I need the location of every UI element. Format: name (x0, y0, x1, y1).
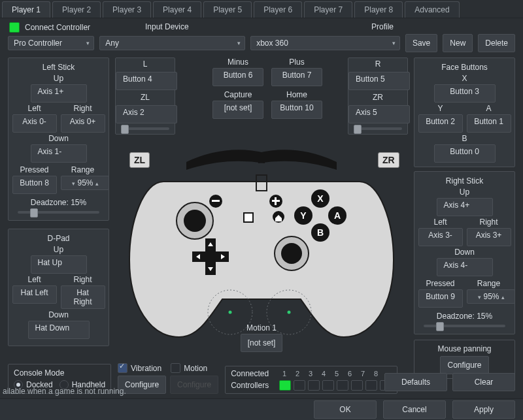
tab-player-4[interactable]: Player 4 (153, 1, 201, 18)
chevron-down-icon: ▾ (392, 40, 396, 46)
rs-pressed-label: Pressed (418, 279, 463, 288)
face-a-button[interactable]: Button 1 (467, 114, 511, 133)
dpad-down-button[interactable]: Hat Down (28, 321, 90, 339)
zr-button[interactable]: Axis 5 (348, 105, 410, 123)
rs-right-label: Right (467, 218, 511, 227)
ls-left-button[interactable]: Axis 0- (12, 114, 57, 133)
controller-illustration: X Y A B (124, 149, 399, 345)
player-tabs: Player 1 Player 2 Player 3 Player 4 Play… (0, 0, 523, 18)
controllers-panel: Connected 1 2 3 4 5 6 7 8 Controllers (225, 366, 397, 394)
clear-button[interactable]: Clear (452, 373, 515, 391)
controller-slot-3[interactable] (308, 380, 320, 391)
face-b-label: B (417, 134, 512, 143)
rs-pressed-button[interactable]: Button 9 (418, 289, 463, 308)
svg-text:Y: Y (300, 210, 307, 221)
tab-player-6[interactable]: Player 6 (254, 1, 302, 18)
tab-player-1[interactable]: Player 1 (2, 1, 50, 18)
motion-checkbox[interactable]: Motion (171, 363, 207, 373)
chevron-down-icon: ▾ (237, 40, 241, 46)
ls-right-button[interactable]: Axis 0+ (61, 114, 105, 133)
motion-configure-button-disabled: Configure (170, 376, 218, 394)
ls-deadzone-slider[interactable] (18, 211, 99, 214)
rs-down-label: Down (417, 248, 512, 257)
motion1-title: Motion 1 (232, 323, 291, 332)
dpad-left-button[interactable]: Hat Left (12, 285, 57, 304)
rs-deadzone-slider[interactable] (424, 325, 505, 327)
ctrl-num-2: 2 (292, 370, 303, 378)
controller-slot-6[interactable] (351, 380, 363, 391)
connected-label: Connected (231, 369, 277, 378)
chevron-down-icon: ▾ (72, 180, 75, 187)
zl-slider[interactable] (121, 127, 169, 130)
profile-dropdown[interactable]: xbox 360 ▾ (250, 36, 400, 50)
tab-player-7[interactable]: Player 7 (304, 1, 352, 18)
l-button[interactable]: Button 4 (116, 72, 177, 90)
plus-label: Plus (271, 57, 322, 67)
chevron-down-icon: ▾ (478, 294, 481, 300)
plus-button[interactable]: Button 7 (271, 68, 322, 86)
controllers-label: Controllers (231, 381, 277, 390)
ls-up-button[interactable]: Axis 1+ (31, 84, 87, 103)
controller-slot-4[interactable] (322, 380, 334, 391)
face-y-button[interactable]: Button 2 (418, 114, 463, 133)
face-b-button[interactable]: Button 0 (434, 144, 496, 163)
tab-player-5[interactable]: Player 5 (203, 1, 252, 18)
save-button[interactable]: Save (405, 34, 437, 52)
rs-range-dropdown[interactable]: ▾ 95% ▴ (467, 289, 515, 304)
vibration-checkbox[interactable]: Vibration (118, 363, 161, 373)
zr-slider[interactable] (354, 127, 402, 130)
status-text: ailable when a game is not running. (0, 383, 126, 399)
ls-range-dropdown[interactable]: ▾ 95% ▴ (61, 176, 109, 190)
input-device-label: Input Device (145, 22, 189, 31)
controller-slot-7[interactable] (365, 380, 377, 391)
dpad-right-label: Right (61, 275, 105, 284)
cancel-button[interactable]: Cancel (383, 400, 446, 419)
svg-point-27 (229, 311, 232, 314)
rs-down-button[interactable]: Axis 4- (437, 258, 493, 276)
dpad-right-button[interactable]: Hat Right (61, 285, 105, 309)
home-button[interactable]: Button 10 (271, 101, 322, 119)
tab-player-8[interactable]: Player 8 (354, 1, 403, 18)
ls-pressed-button[interactable]: Button 8 (12, 176, 57, 194)
input-device-dropdown[interactable]: Any ▾ (99, 36, 245, 50)
controller-slot-5[interactable] (337, 380, 348, 391)
apply-button[interactable]: Apply (452, 400, 515, 419)
tab-player-3[interactable]: Player 3 (103, 1, 151, 18)
rs-up-button[interactable]: Axis 4+ (437, 198, 493, 216)
r-button[interactable]: Button 5 (348, 72, 410, 90)
rs-up-label: Up (417, 187, 512, 197)
vibration-label: Vibration (131, 364, 161, 373)
rs-left-button[interactable]: Axis 3- (418, 228, 463, 246)
ctrl-num-3: 3 (305, 370, 316, 378)
zl-button[interactable]: Axis 2 (116, 105, 177, 123)
defaults-button[interactable]: Defaults (384, 373, 447, 391)
new-button[interactable]: New (443, 34, 473, 52)
ls-down-button[interactable]: Axis 1- (31, 144, 87, 163)
controller-slot-1[interactable] (279, 380, 291, 391)
ls-pressed-label: Pressed (12, 165, 57, 174)
tab-player-2[interactable]: Player 2 (52, 1, 101, 18)
ctrl-num-5: 5 (331, 370, 342, 378)
rs-right-button[interactable]: Axis 3+ (467, 228, 511, 246)
face-x-label: X (417, 74, 512, 83)
motion1-button[interactable]: [not set] (241, 334, 283, 352)
ok-button[interactable]: OK (314, 400, 377, 419)
dpad-up-button[interactable]: Hat Up (31, 255, 87, 274)
controller-type-dropdown[interactable]: Pro Controller ▾ (8, 36, 94, 50)
svg-point-9 (184, 210, 206, 232)
console-mode-title: Console Mode (14, 368, 105, 378)
ls-down-label: Down (11, 134, 106, 143)
minus-button[interactable]: Button 6 (212, 68, 263, 86)
connect-indicator[interactable] (9, 22, 20, 33)
delete-button[interactable]: Delete (478, 34, 515, 52)
controller-slot-2[interactable] (294, 380, 305, 391)
capture-button[interactable]: [not set] (212, 101, 263, 119)
face-x-button[interactable]: Button 3 (434, 84, 496, 103)
chevron-down-icon: ▾ (86, 40, 90, 46)
svg-point-29 (288, 311, 291, 314)
tab-advanced[interactable]: Advanced (405, 1, 459, 18)
rs-title: Right Stick (417, 174, 512, 187)
ctrl-num-8: 8 (371, 370, 381, 378)
ctrl-num-1: 1 (279, 370, 290, 378)
zr-title: ZR (348, 91, 407, 104)
